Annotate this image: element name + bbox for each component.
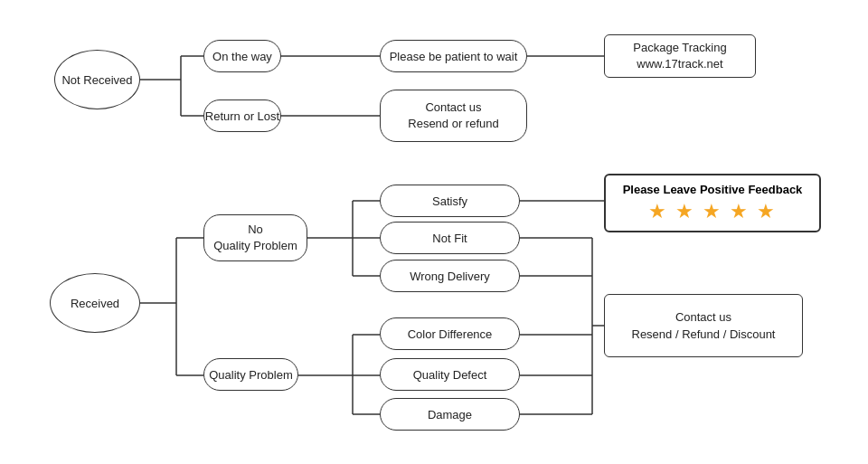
quality-defect-node: Quality Defect [380,358,520,391]
on-the-way-label: On the way [212,50,272,63]
wrong-delivery-label: Wrong Delivery [410,270,490,283]
color-difference-label: Color Difference [408,327,493,341]
no-quality-problem-node: NoQuality Problem [203,214,307,261]
stars-display: ★ ★ ★ ★ ★ [617,200,808,223]
patient-label: Please be patient to wait [390,50,518,63]
damage-node: Damage [380,398,520,431]
package-tracking-label: Package Trackingwww.17track.net [633,40,726,72]
not-fit-node: Not Fit [380,222,520,254]
damage-label: Damage [428,408,472,421]
return-or-lost-node: Return or Lost [203,99,281,132]
quality-defect-label: Quality Defect [413,368,487,382]
diagram: Not Received On the way Return or Lost P… [0,0,868,464]
package-tracking-node: Package Trackingwww.17track.net [604,34,756,78]
not-fit-label: Not Fit [432,232,467,245]
feedback-box: Please Leave Positive Feedback ★ ★ ★ ★ ★ [604,174,821,232]
not-received-label: Not Received [61,73,132,87]
satisfy-label: Satisfy [432,194,467,208]
return-or-lost-label: Return or Lost [205,109,279,123]
not-received-node: Not Received [54,50,140,109]
contact-refund-node: Contact usResend / Refund / Discount [604,294,803,357]
quality-problem-label: Quality Problem [209,368,292,382]
contact-resend-label: Contact usResend or refund [408,99,498,132]
feedback-label: Please Leave Positive Feedback [617,183,808,196]
on-the-way-node: On the way [203,40,281,72]
received-node: Received [50,273,140,333]
color-difference-node: Color Difference [380,317,520,350]
quality-problem-node: Quality Problem [203,358,298,391]
contact-refund-label: Contact usResend / Refund / Discount [632,308,776,344]
satisfy-node: Satisfy [380,185,520,217]
patient-node: Please be patient to wait [380,40,527,72]
no-quality-problem-label: NoQuality Problem [213,222,297,254]
received-label: Received [71,297,119,310]
wrong-delivery-node: Wrong Delivery [380,260,520,292]
contact-resend-node: Contact usResend or refund [380,90,527,142]
